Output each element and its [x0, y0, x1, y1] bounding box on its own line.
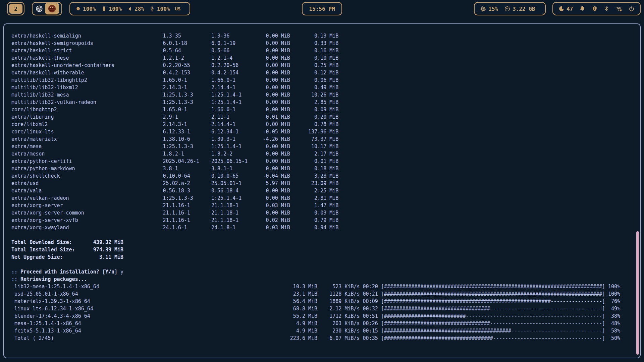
terminal-line: extra/vulkan-radeon 1:25.1.3-3 1:25.1.4-…: [11, 194, 640, 202]
terminal-line: extra/liburing 2.9-1 2.11-1 0.01 MiB 0.2…: [11, 113, 640, 121]
scrollbar-thumb[interactable]: [636, 231, 639, 355]
cpu-widget[interactable]: 15%: [480, 6, 498, 12]
battery-value: 100%: [109, 6, 122, 12]
bell-icon: [579, 6, 585, 12]
terminal-line: extra/python-certifi 2025.04.26-1 2025.0…: [11, 158, 640, 165]
notifications-button[interactable]: [579, 6, 585, 12]
terminal-line: Net Upgrade Size: 3.11 MiB: [11, 253, 640, 261]
terminal-line: extra/haskell-unordered-containers 0.2.2…: [11, 62, 640, 69]
status-dot-icon: [75, 6, 81, 11]
browser-app-icon[interactable]: [45, 3, 59, 14]
terminal-line: [11, 261, 640, 268]
taskbar-apps: [32, 2, 62, 15]
speaker-icon: [127, 6, 132, 12]
terminal-line: Total ( 2/45) 223.6 MiB 6.07 MiB/s 00:35…: [11, 335, 640, 342]
terminal-line: core/libnghttp2 1.65.0-1 1.66.0-1 0.00 M…: [11, 106, 640, 113]
terminal-line: extra/haskell-these 1.2.1-2 1.2.1-4 0.00…: [11, 54, 640, 62]
terminal-line: :: Retrieving packages...: [11, 276, 640, 283]
spiral-app-icon[interactable]: [35, 4, 44, 13]
terminal-line: Total Installed Size: 974.39 MiB: [11, 246, 640, 253]
volume-widget[interactable]: 28%: [127, 6, 144, 12]
security-shield-button[interactable]: [592, 6, 598, 12]
memory-widget[interactable]: 3.22 GB: [504, 6, 535, 12]
workspace-button-2[interactable]: 2: [9, 4, 22, 14]
night-light-value: 47: [567, 6, 573, 12]
power-button[interactable]: [629, 6, 635, 12]
power-icon: [629, 6, 635, 12]
terminal-line: extra/xorg-server-xvfb 21.1.16-1 21.1.18…: [11, 217, 640, 224]
terminal-line: extra/usd 25.02.a-2 25.05.01-1 5.97 MiB …: [11, 180, 640, 187]
bluetooth-button[interactable]: [604, 6, 609, 12]
cpu-value: 15%: [488, 6, 498, 12]
terminal-line: core/linux-lts 6.12.33-1 6.12.34-1 -0.05…: [11, 128, 640, 135]
battery-widget[interactable]: 100%: [101, 5, 122, 12]
terminal-line: blender-17:4.4.3-4-x86_64 55.2 MiB 1712 …: [11, 312, 640, 320]
terminal-line: extra/haskell-strict 0.5-64 0.5-66 0.00 …: [11, 47, 640, 54]
night-light-widget[interactable]: 47: [558, 6, 573, 12]
terminal-line: extra/xorg-server 21.1.16-1 21.1.18-1 0.…: [11, 202, 640, 209]
terminal-line: extra/materialx 1.38.10-6 1.39.3-1 -4.26…: [11, 135, 640, 143]
wifi-lock-icon: [615, 6, 622, 12]
terminal-line: extra/xorg-server-common 21.1.16-1 21.1.…: [11, 209, 640, 217]
terminal-line: [11, 231, 640, 239]
terminal-line: multilib/lib32-libxml2 2.14.3-1 2.14.4-1…: [11, 84, 640, 91]
terminal-line: lib32-mesa-1:25.1.4-1-x86_64 10.3 MiB 52…: [11, 283, 640, 290]
battery-icon: [101, 5, 107, 12]
microphone-widget[interactable]: 100%: [149, 6, 170, 12]
terminal-line: fcitx5-5.1.13-1-x86_64 4.9 MiB 230 KiB/s…: [11, 327, 640, 335]
moon-icon: [558, 6, 565, 12]
terminal-line: extra/haskell-semialign 1.3-35 1.3-36 0.…: [11, 32, 640, 40]
terminal-line: multilib/lib32-libnghttp2 1.65.0-1 1.66.…: [11, 76, 640, 84]
clock-widget[interactable]: 15:56 PM: [302, 2, 342, 15]
terminal-line: extra/meson 1.8.2-1 1.8.2-2 0.00 MiB 2.1…: [11, 150, 640, 158]
status-dot-value: 100%: [83, 6, 96, 12]
clock-text: 15:56 PM: [309, 6, 335, 12]
wifi-button[interactable]: [615, 6, 622, 12]
terminal-line: extra/mesa 1:25.1.3-3 1:25.1.4-1 0.00 Mi…: [11, 143, 640, 150]
microphone-icon: [149, 6, 155, 12]
volume-value: 28%: [135, 6, 144, 12]
shield-icon: [592, 6, 598, 12]
terminal-line: materialx-1.39.3-1-x86_64 56.4 MiB 1889 …: [11, 298, 640, 305]
terminal-line: multilib/lib32-mesa 1:25.1.3-3 1:25.1.4-…: [11, 91, 640, 99]
terminal-window[interactable]: extra/haskell-semialign 1.3-35 1.3-36 0.…: [3, 23, 641, 358]
terminal-output: extra/haskell-semialign 1.3-35 1.3-36 0.…: [11, 32, 640, 342]
terminal-line: core/libxml2 2.14.3-1 2.14.4-1 0.00 MiB …: [11, 121, 640, 128]
terminal-line: extra/haskell-semigroupoids 6.0.1-18 6.0…: [11, 40, 640, 47]
system-monitor: 15% 3.22 GB: [474, 2, 546, 15]
terminal-line: extra/vala 0.56.18-3 0.56.18-4 0.00 MiB …: [11, 187, 640, 194]
terminal-line: Total Download Size: 439.32 MiB: [11, 239, 640, 246]
keyboard-layout[interactable]: US: [175, 6, 181, 11]
workspace-switcher[interactable]: 2: [7, 2, 24, 15]
terminal-line: extra/xorg-xwayland 24.1.6-1 24.1.8-1 0.…: [11, 224, 640, 231]
terminal-line: mesa-1:25.1.4-1-x86_64 4.9 MiB 203 KiB/s…: [11, 320, 640, 327]
terminal-line: linux-lts-6.12.34-1-x86_64 68.8 MiB 2.12…: [11, 305, 640, 312]
gauge-icon: [504, 6, 511, 12]
terminal-line: extra/haskell-witherable 0.4.2-153 0.4.2…: [11, 69, 640, 76]
terminal-line: multilib/lib32-vulkan-radeon 1:25.1.3-3 …: [11, 99, 640, 106]
memory-value: 3.22 GB: [513, 6, 535, 12]
status-widgets: 100% 100% 28% 100% US: [69, 2, 190, 15]
terminal-line: extra/python-markdown 3.8-1 3.8.1-1 0.00…: [11, 165, 640, 172]
status-dot-widget[interactable]: 100%: [75, 6, 96, 12]
microphone-value: 100%: [157, 6, 170, 12]
cpu-icon: [480, 6, 486, 12]
system-tray: 47: [552, 2, 641, 15]
terminal-line: extra/shellcheck 0.10.0-64 0.10.0-65 -0.…: [11, 172, 640, 180]
bluetooth-icon: [604, 6, 609, 12]
terminal-line: :: Proceed with installation? [Y/n] y: [11, 268, 640, 276]
terminal-line: usd-25.05.01-1-x86_64 23.1 MiB 1128 KiB/…: [11, 290, 640, 298]
